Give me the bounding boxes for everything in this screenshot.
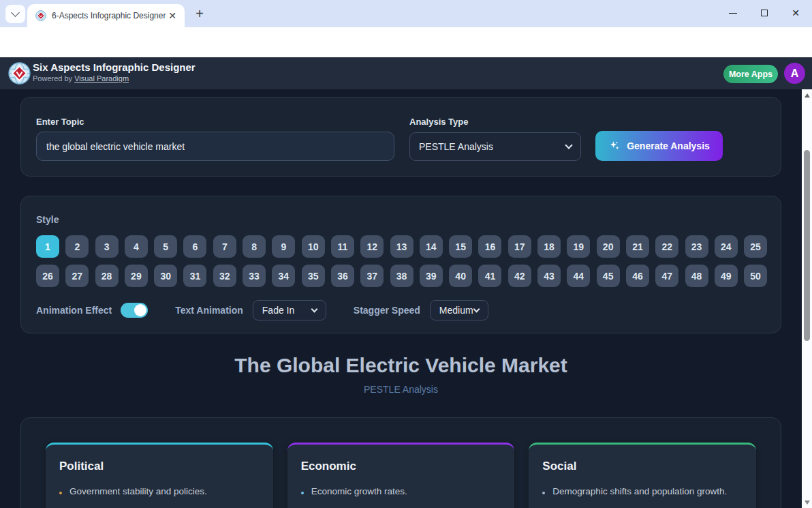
style-option-42[interactable]: 42: [508, 265, 531, 287]
style-option-2[interactable]: 2: [65, 235, 89, 258]
animation-controls: Animation Effect Text Animation Fade In …: [36, 300, 488, 320]
style-option-21[interactable]: 21: [626, 235, 649, 258]
style-option-47[interactable]: 47: [655, 265, 678, 287]
scrollbar-thumb[interactable]: [804, 150, 810, 341]
infographic-subtitle: PESTLE Analysis: [0, 384, 802, 395]
style-option-4[interactable]: 4: [125, 235, 148, 258]
analysis-type-value: PESTLE Analysis: [419, 141, 493, 152]
analysis-type-select[interactable]: PESTLE Analysis: [409, 132, 581, 161]
style-option-35[interactable]: 35: [302, 265, 325, 287]
analysis-type-label: Analysis Type: [409, 117, 468, 127]
style-option-1[interactable]: 1: [36, 235, 59, 258]
powered-by: Powered by Visual Paradigm: [33, 74, 196, 83]
app-title: Six Aspects Infographic Designer: [33, 61, 196, 73]
sparkles-icon: [608, 140, 621, 152]
style-option-26[interactable]: 26: [36, 265, 59, 287]
style-option-22[interactable]: 22: [655, 235, 678, 258]
stagger-speed-label: Stagger Speed: [354, 305, 420, 316]
aspect-card-political: PoliticalGovernment stability and polici…: [46, 443, 273, 508]
style-option-48[interactable]: 48: [685, 265, 708, 287]
style-option-12[interactable]: 12: [360, 235, 384, 258]
style-option-25[interactable]: 25: [744, 235, 767, 258]
text-animation-select[interactable]: Fade In: [253, 300, 326, 320]
style-option-27[interactable]: 27: [65, 265, 89, 287]
bullet-icon: [301, 492, 304, 494]
arrow-down-icon: [805, 500, 810, 505]
text-animation-label: Text Animation: [175, 305, 243, 316]
more-apps-button[interactable]: More Apps: [723, 65, 778, 83]
style-option-8[interactable]: 8: [243, 235, 266, 258]
style-option-36[interactable]: 36: [331, 265, 354, 287]
scroll-up-button[interactable]: [802, 90, 812, 100]
tab-close-icon[interactable]: ✕: [166, 10, 179, 21]
style-option-9[interactable]: 9: [272, 235, 295, 258]
infographic-title: The Global Electric Vehicle Market: [0, 354, 802, 377]
generate-analysis-label: Generate Analysis: [627, 140, 710, 151]
aspect-card-economic: EconomicEconomic growth rates.: [287, 443, 515, 508]
stagger-speed-value: Medium: [439, 305, 473, 316]
card-item-text: Government stability and policies.: [69, 486, 207, 496]
style-option-28[interactable]: 28: [95, 265, 119, 287]
style-option-16[interactable]: 16: [478, 235, 501, 258]
style-option-30[interactable]: 30: [154, 265, 177, 287]
style-option-11[interactable]: 11: [331, 235, 354, 258]
style-option-44[interactable]: 44: [567, 265, 590, 287]
style-option-23[interactable]: 23: [685, 235, 708, 258]
window-minimize-button[interactable]: [717, 0, 749, 26]
style-option-10[interactable]: 10: [302, 235, 325, 258]
minimize-icon: [729, 13, 737, 14]
style-option-32[interactable]: 32: [213, 265, 236, 287]
visual-paradigm-link[interactable]: Visual Paradigm: [74, 74, 129, 83]
style-option-49[interactable]: 49: [715, 265, 738, 287]
style-option-31[interactable]: 31: [183, 265, 206, 287]
topic-input[interactable]: [36, 132, 394, 161]
tab-search-button[interactable]: [5, 5, 25, 23]
style-option-24[interactable]: 24: [715, 235, 738, 258]
generate-analysis-button[interactable]: Generate Analysis: [595, 131, 723, 161]
style-option-46[interactable]: 46: [626, 265, 649, 287]
style-option-5[interactable]: 5: [154, 235, 177, 258]
style-option-6[interactable]: 6: [183, 235, 206, 258]
toggle-knob: [134, 304, 146, 316]
style-option-41[interactable]: 41: [478, 265, 501, 287]
style-option-14[interactable]: 14: [420, 235, 443, 258]
style-option-38[interactable]: 38: [390, 265, 413, 287]
bullet-icon: [542, 492, 545, 494]
browser-tab[interactable]: 6-Aspects Infographic Designer ✕: [27, 4, 185, 27]
stagger-speed-select[interactable]: Medium: [430, 300, 488, 320]
scroll-down-button[interactable]: [802, 497, 812, 507]
style-option-29[interactable]: 29: [125, 265, 148, 287]
user-avatar[interactable]: A: [784, 63, 805, 84]
chevron-down-icon: [565, 141, 572, 149]
app-header: Six Aspects Infographic Designer Powered…: [0, 57, 812, 89]
bullet-icon: [59, 492, 62, 494]
new-tab-button[interactable]: +: [191, 5, 208, 22]
card-title: Political: [59, 460, 260, 473]
card-item-text: Economic growth rates.: [311, 486, 407, 496]
style-option-34[interactable]: 34: [272, 265, 295, 287]
style-option-17[interactable]: 17: [508, 235, 531, 258]
style-option-50[interactable]: 50: [744, 265, 767, 287]
card-item: Demographic shifts and population growth…: [542, 486, 743, 496]
style-option-15[interactable]: 15: [449, 235, 472, 258]
style-option-45[interactable]: 45: [597, 265, 620, 287]
style-option-43[interactable]: 43: [537, 265, 561, 287]
card-item: Economic growth rates.: [301, 486, 501, 496]
result-panel: PoliticalGovernment stability and polici…: [20, 417, 781, 508]
window-maximize-button[interactable]: [749, 0, 780, 26]
window-close-button[interactable]: ✕: [780, 0, 811, 26]
style-label: Style: [36, 214, 59, 225]
style-option-39[interactable]: 39: [420, 265, 443, 287]
animation-effect-toggle[interactable]: [121, 303, 148, 318]
style-option-3[interactable]: 3: [95, 235, 119, 258]
style-option-37[interactable]: 37: [360, 265, 384, 287]
style-option-33[interactable]: 33: [243, 265, 266, 287]
style-option-13[interactable]: 13: [390, 235, 413, 258]
style-option-40[interactable]: 40: [449, 265, 472, 287]
page-scrollbar[interactable]: [802, 89, 812, 508]
animation-effect-label: Animation Effect: [36, 305, 112, 316]
style-option-20[interactable]: 20: [597, 235, 620, 258]
style-option-18[interactable]: 18: [537, 235, 561, 258]
style-option-7[interactable]: 7: [213, 235, 236, 258]
style-option-19[interactable]: 19: [567, 235, 590, 258]
